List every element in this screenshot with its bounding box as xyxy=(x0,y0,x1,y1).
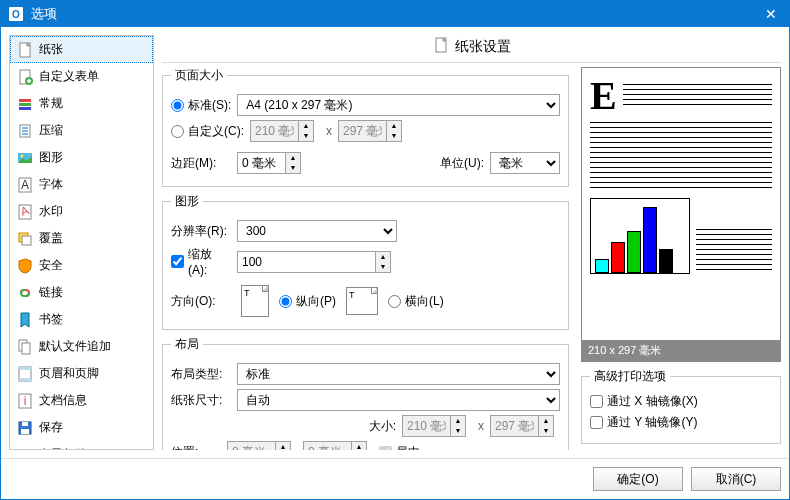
preview-e-glyph: E xyxy=(590,76,617,116)
mirror-x-check[interactable]: 通过 X 轴镜像(X) xyxy=(590,393,698,410)
layout-type-label: 布局类型: xyxy=(171,366,231,383)
layout-group: 布局 布局类型: 标准 纸张尺寸: 自动 大小: xyxy=(162,336,569,450)
link-icon xyxy=(17,285,33,301)
sidebar[interactable]: 纸张 自定义表单 常规 压缩 图形 A 字体 A xyxy=(9,35,154,450)
close-button[interactable]: ✕ xyxy=(761,6,781,22)
options-dialog: O 选项 ✕ 纸张 自定义表单 常规 压缩 图形 xyxy=(0,0,790,500)
standard-radio[interactable]: 标准(S): xyxy=(171,97,231,114)
titlebar: O 选项 ✕ xyxy=(1,1,789,27)
custom-radio[interactable]: 自定义(C): xyxy=(171,123,244,140)
sidebar-item-label: 字体 xyxy=(39,176,63,193)
scale-spinner[interactable]: ▲▼ xyxy=(237,251,397,273)
graphics-icon xyxy=(17,150,33,166)
compress-icon xyxy=(17,123,33,139)
ok-button[interactable]: 确定(O) xyxy=(593,467,683,491)
sidebar-item-label: 水印 xyxy=(39,203,63,220)
window-title: 选项 xyxy=(31,5,761,23)
overlay-icon xyxy=(17,231,33,247)
page-size-group: 页面大小 标准(S): A4 (210 x 297 毫米) 自定义(C): ▲▼… xyxy=(162,67,569,187)
layout-size-w-spinner[interactable]: ▲▼ xyxy=(402,415,472,437)
svg-rect-24 xyxy=(21,429,29,434)
sidebar-item-save[interactable]: 保存 xyxy=(10,414,153,441)
mirror-y-check[interactable]: 通过 Y 轴镜像(Y) xyxy=(590,414,697,431)
preview-box: E xyxy=(581,67,781,362)
docinfo-icon: i xyxy=(17,393,33,409)
pos-y-spinner[interactable]: ▲▼ xyxy=(303,441,373,450)
svg-rect-5 xyxy=(19,107,31,110)
sidebar-item-docinfo[interactable]: i 文档信息 xyxy=(10,387,153,414)
standard-select[interactable]: A4 (210 x 297 毫米) xyxy=(237,94,560,116)
pos-label: 位置: xyxy=(171,444,221,451)
sidebar-item-headerfooter[interactable]: 页眉和页脚 xyxy=(10,360,153,387)
landscape-icon: T xyxy=(346,287,378,315)
page-size-legend: 页面大小 xyxy=(171,67,227,84)
sidebar-item-label: 安全 xyxy=(39,257,63,274)
svg-rect-16 xyxy=(22,343,30,354)
custom-width-spinner[interactable]: ▲▼ xyxy=(250,120,320,142)
portrait-icon: T xyxy=(241,285,269,317)
paper-icon xyxy=(433,37,449,56)
svg-rect-23 xyxy=(22,422,28,426)
graphics-group: 图形 分辨率(R): 300 缩放(A): ▲▼ 方向(O): T 纵 xyxy=(162,193,569,330)
sidebar-item-security[interactable]: 安全 xyxy=(10,252,153,279)
papersize-label: 纸张尺寸: xyxy=(171,392,231,409)
sidebar-item-links[interactable]: 链接 xyxy=(10,279,153,306)
orient-label: 方向(O): xyxy=(171,293,231,310)
sidebar-item-compress[interactable]: 压缩 xyxy=(10,117,153,144)
unit-label: 单位(U): xyxy=(440,155,484,172)
append-icon xyxy=(17,339,33,355)
sidebar-item-paper[interactable]: 纸张 xyxy=(10,36,153,63)
sidebar-item-graphics[interactable]: 图形 xyxy=(10,144,153,171)
main-header: 纸张设置 xyxy=(162,35,781,63)
sidebar-item-email[interactable]: 电子邮件 xyxy=(10,441,153,450)
bookmark-icon xyxy=(17,312,33,328)
sidebar-item-overlay[interactable]: 覆盖 xyxy=(10,225,153,252)
sidebar-item-label: 图形 xyxy=(39,149,63,166)
sidebar-item-label: 自定义表单 xyxy=(39,68,99,85)
pos-x-spinner[interactable]: ▲▼ xyxy=(227,441,297,450)
center-check[interactable]: 居中 xyxy=(379,444,420,451)
sidebar-item-bookmarks[interactable]: 书签 xyxy=(10,306,153,333)
svg-rect-19 xyxy=(19,378,31,381)
landscape-radio[interactable]: 横向(L) xyxy=(388,293,444,310)
svg-text:A: A xyxy=(21,178,29,192)
app-logo-icon: O xyxy=(9,7,23,21)
sidebar-item-general[interactable]: 常规 xyxy=(10,90,153,117)
cancel-button[interactable]: 取消(C) xyxy=(691,467,781,491)
layout-type-select[interactable]: 标准 xyxy=(237,363,560,385)
unit-select[interactable]: 毫米 xyxy=(490,152,560,174)
preview-footer: 210 x 297 毫米 xyxy=(582,340,780,361)
advanced-legend: 高级打印选项 xyxy=(590,368,670,385)
sidebar-item-label: 压缩 xyxy=(39,122,63,139)
general-icon xyxy=(17,96,33,112)
sidebar-item-label: 链接 xyxy=(39,284,63,301)
font-icon: A xyxy=(17,177,33,193)
layout-legend: 布局 xyxy=(171,336,203,353)
footer: 确定(O) 取消(C) xyxy=(1,458,789,499)
sidebar-item-append[interactable]: 默认文件追加 xyxy=(10,333,153,360)
sidebar-item-form[interactable]: 自定义表单 xyxy=(10,63,153,90)
margin-label: 边距(M): xyxy=(171,155,231,172)
sidebar-item-watermark[interactable]: A 水印 xyxy=(10,198,153,225)
resolution-label: 分辨率(R): xyxy=(171,223,231,240)
layout-size-h-spinner[interactable]: ▲▼ xyxy=(490,415,560,437)
paper-icon xyxy=(17,42,33,58)
svg-point-8 xyxy=(21,154,24,157)
sidebar-item-label: 默认文件追加 xyxy=(39,338,111,355)
sidebar-item-label: 保存 xyxy=(39,419,63,436)
margin-spinner[interactable]: ▲▼ xyxy=(237,152,307,174)
portrait-radio[interactable]: 纵向(P) xyxy=(279,293,336,310)
sidebar-item-font[interactable]: A 字体 xyxy=(10,171,153,198)
sidebar-item-label: 纸张 xyxy=(39,41,63,58)
svg-text:i: i xyxy=(24,394,27,408)
scale-check[interactable]: 缩放(A): xyxy=(171,246,231,277)
sidebar-item-label: 文档信息 xyxy=(39,392,87,409)
advanced-group: 高级打印选项 通过 X 轴镜像(X) 通过 Y 轴镜像(Y) xyxy=(581,368,781,444)
svg-rect-18 xyxy=(19,367,31,370)
svg-rect-3 xyxy=(19,99,31,102)
resolution-select[interactable]: 300 xyxy=(237,220,397,242)
custom-height-spinner[interactable]: ▲▼ xyxy=(338,120,408,142)
sidebar-item-label: 覆盖 xyxy=(39,230,63,247)
papersize-select[interactable]: 自动 xyxy=(237,389,560,411)
email-icon xyxy=(17,447,33,451)
